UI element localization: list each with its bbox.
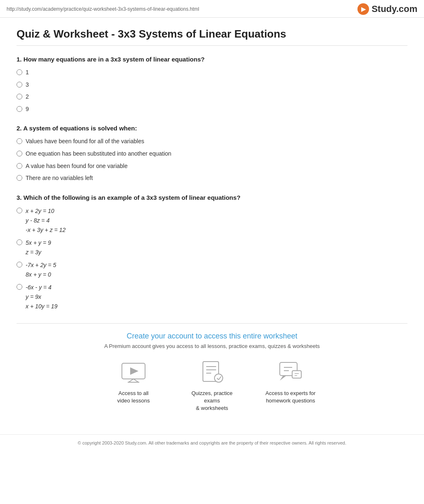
question-3-text: 3. Which of the following is an example … xyxy=(17,194,407,201)
feature-video: Access to allvideo lessons xyxy=(107,359,160,412)
question-3-lines-1: x + 2y = 10 y - 8z = 4 -x + 3y + z = 12 xyxy=(26,207,66,234)
question-2-text: 2. A system of equations is solved when: xyxy=(17,125,407,132)
question-1-option-3[interactable]: 2 xyxy=(17,93,407,101)
feature-quiz-label: Quizzes, practice exams& worksheets xyxy=(185,390,239,412)
question-3-option-3[interactable]: -7x + 2y = 5 8x + y = 0 xyxy=(17,261,407,279)
question-3-option-4[interactable]: -6x - y = 4 y = 9x x + 10y = 19 xyxy=(17,283,407,311)
question-1-radio-4[interactable] xyxy=(17,106,22,112)
svg-line-3 xyxy=(133,379,138,382)
question-3-radio-4[interactable] xyxy=(17,284,22,290)
features-row: Access to allvideo lessons Quizzes, pra xyxy=(17,359,407,412)
question-2-radio-3[interactable] xyxy=(17,163,22,169)
question-3-lines-2: 5x + y = 9 z = 3y xyxy=(26,239,51,257)
q3-a-line1: x + 2y = 10 xyxy=(26,207,66,215)
cta-title: Create your account to access this entir… xyxy=(17,332,407,341)
url-bar: http://study.com/academy/practice/quiz-w… xyxy=(7,6,199,12)
question-2-option-2[interactable]: One equation has been substituted into a… xyxy=(17,150,407,158)
feature-video-label: Access to allvideo lessons xyxy=(117,390,150,405)
svg-marker-13 xyxy=(280,376,286,381)
question-1-label-4: 9 xyxy=(26,105,29,114)
question-2-label-3: A value has been found for one variable xyxy=(26,162,128,170)
question-2-label-1: Values have been found for all of the va… xyxy=(26,137,144,146)
q3-d-line1: -6x - y = 4 xyxy=(26,283,57,292)
question-2-option-4[interactable]: There are no variables left xyxy=(17,174,407,182)
q3-c-line1: -7x + 2y = 5 xyxy=(26,261,56,270)
page-title: Quiz & Worksheet - 3x3 Systems of Linear… xyxy=(17,28,407,46)
question-2-option-1[interactable]: Values have been found for all of the va… xyxy=(17,137,407,146)
question-2-option-3[interactable]: A value has been found for one variable xyxy=(17,162,407,170)
question-1-radio-2[interactable] xyxy=(17,82,22,88)
question-3-radio-1[interactable] xyxy=(17,208,22,213)
cta-subtitle: A Premium account gives you access to al… xyxy=(17,343,407,349)
question-1-option-1[interactable]: 1 xyxy=(17,69,407,77)
question-1-option-4[interactable]: 9 xyxy=(17,105,407,114)
footer: © copyright 2003-2020 Study.com. All oth… xyxy=(0,434,424,452)
question-2-block: 2. A system of equations is solved when:… xyxy=(17,125,407,182)
q3-c-line2: 8x + y = 0 xyxy=(26,270,56,279)
top-bar: http://study.com/academy/practice/quiz-w… xyxy=(0,0,424,18)
q3-d-line2: y = 9x xyxy=(26,293,57,301)
video-icon xyxy=(120,359,147,386)
question-3-radio-3[interactable] xyxy=(17,262,22,267)
logo: ▶ Study.com xyxy=(357,3,417,15)
svg-rect-16 xyxy=(292,371,301,378)
question-2-label-4: There are no variables left xyxy=(26,174,93,182)
question-3-option-2[interactable]: 5x + y = 9 z = 3y xyxy=(17,239,407,257)
question-1-label-1: 1 xyxy=(26,69,29,77)
chat-icon xyxy=(277,359,304,386)
logo-text: Study.com xyxy=(372,4,417,14)
question-3-radio-2[interactable] xyxy=(17,239,22,245)
question-2-radio-1[interactable] xyxy=(17,138,22,144)
q3-b-line1: 5x + y = 9 xyxy=(26,239,51,247)
main-content: Quiz & Worksheet - 3x3 Systems of Linear… xyxy=(0,18,424,434)
q3-a-line3: -x + 3y + z = 12 xyxy=(26,226,66,234)
question-3-block: 3. Which of the following is an example … xyxy=(17,194,407,311)
q3-a-line2: y - 8z = 4 xyxy=(26,216,66,225)
question-1-radio-1[interactable] xyxy=(17,69,22,75)
quiz-icon xyxy=(199,359,225,386)
question-1-label-3: 2 xyxy=(26,93,29,101)
question-1-option-2[interactable]: 3 xyxy=(17,81,407,89)
q3-b-line2: z = 3y xyxy=(26,248,51,257)
feature-quiz: Quizzes, practice exams& worksheets xyxy=(185,359,239,412)
q3-d-line3: x + 10y = 19 xyxy=(26,302,57,311)
cta-section: Create your account to access this entir… xyxy=(17,323,407,426)
question-2-label-2: One equation has been substituted into a… xyxy=(26,150,172,158)
svg-point-9 xyxy=(214,374,223,382)
question-2-radio-2[interactable] xyxy=(17,151,22,156)
question-1-label-2: 3 xyxy=(26,81,29,89)
feature-experts: Access to experts forhomework questions xyxy=(264,359,317,412)
question-2-radio-4[interactable] xyxy=(17,175,22,181)
footer-text: © copyright 2003-2020 Study.com. All oth… xyxy=(78,440,346,445)
feature-experts-label: Access to experts forhomework questions xyxy=(265,390,315,405)
question-3-lines-3: -7x + 2y = 5 8x + y = 0 xyxy=(26,261,56,279)
svg-line-2 xyxy=(129,379,133,382)
question-3-lines-4: -6x - y = 4 y = 9x x + 10y = 19 xyxy=(26,283,57,311)
question-1-radio-3[interactable] xyxy=(17,94,22,99)
svg-marker-1 xyxy=(130,367,138,375)
question-1-block: 1. How many equations are in a 3x3 syste… xyxy=(17,56,407,113)
question-3-option-1[interactable]: x + 2y = 10 y - 8z = 4 -x + 3y + z = 12 xyxy=(17,207,407,234)
question-1-text: 1. How many equations are in a 3x3 syste… xyxy=(17,56,407,63)
logo-icon: ▶ xyxy=(357,3,369,15)
